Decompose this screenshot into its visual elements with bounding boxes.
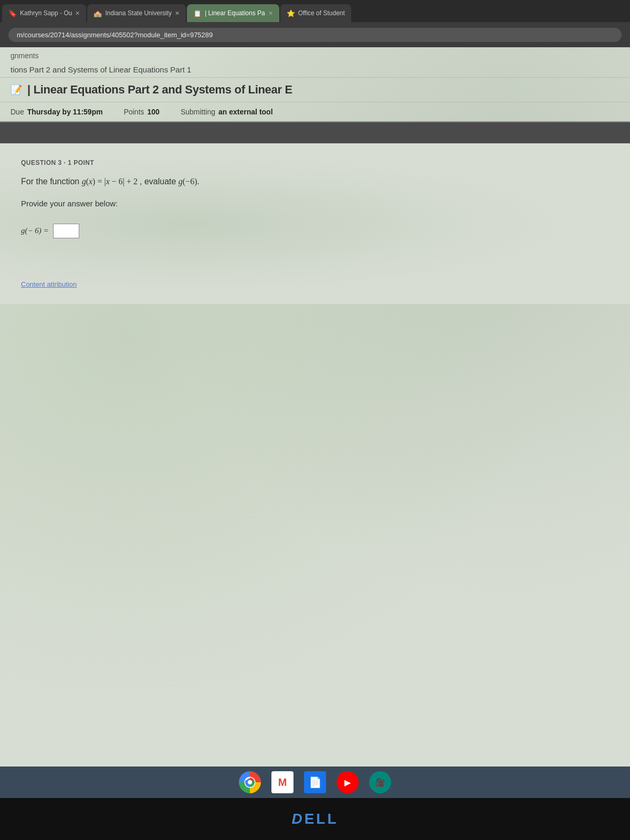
tab-close-3[interactable]: ✕: [268, 10, 273, 17]
submitting-label: Submitting: [181, 108, 215, 116]
content-attribution-link[interactable]: Content attribution: [21, 280, 609, 288]
chrome-icon[interactable]: [239, 771, 261, 793]
points-value: 100: [148, 108, 160, 116]
page-area: gnments tions Part 2 and Systems of Line…: [0, 47, 630, 766]
docs-icon[interactable]: 📄: [304, 771, 326, 793]
browser-chrome: 🔖 Kathryn Sapp - Ou ✕ 🏫 Indiana State Un…: [0, 0, 630, 47]
tab-label-1: Kathryn Sapp - Ou: [20, 9, 72, 17]
due-item: Due Thursday by 11:59pm: [10, 108, 103, 116]
meet-symbol: 🎥: [375, 778, 385, 788]
tab-label-4: Office of Student: [298, 9, 345, 17]
question-text: For the function g(x) = |x − 6| + 2 , ev…: [21, 175, 609, 188]
tab-icon-2: 🏫: [93, 9, 102, 17]
taskbar: M 📄 ▶ 🎥: [0, 766, 630, 798]
points-label: Points: [124, 108, 144, 116]
tab-bar: 🔖 Kathryn Sapp - Ou ✕ 🏫 Indiana State Un…: [0, 0, 630, 22]
dark-divider: [0, 122, 630, 143]
evaluate-argument: g(−6).: [178, 177, 200, 186]
meta-row: Due Thursday by 11:59pm Points 100 Submi…: [0, 102, 630, 122]
submitting-item: Submitting an external tool: [181, 108, 273, 116]
tab-icon-1: 🔖: [8, 9, 17, 17]
tab-indiana[interactable]: 🏫 Indiana State University ✕: [87, 4, 186, 22]
tab-office[interactable]: ⭐ Office of Student: [280, 4, 351, 22]
tab-label-3: | Linear Equations Pa: [205, 9, 265, 17]
tab-close-2[interactable]: ✕: [175, 10, 180, 17]
answer-row: g(− 6) =: [21, 224, 609, 238]
question-text-middle: , evaluate: [140, 177, 178, 186]
page-title-section: tions Part 2 and Systems of Linear Equat…: [0, 62, 630, 78]
docs-symbol: 📄: [309, 776, 322, 789]
page-subtitle: tions Part 2 and Systems of Linear Equat…: [10, 65, 620, 74]
due-value: Thursday by 11:59pm: [27, 108, 103, 116]
dell-logo-text: DELL: [291, 811, 338, 827]
breadcrumb-text: gnments: [10, 51, 39, 60]
question-label: QUESTION 3 · 1 POINT: [21, 159, 609, 166]
answer-input[interactable]: [53, 224, 79, 238]
tab-kathryn[interactable]: 🔖 Kathryn Sapp - Ou ✕: [2, 4, 86, 22]
youtube-icon[interactable]: ▶: [337, 771, 359, 793]
address-bar-row: m/courses/20714/assignments/405502?modul…: [0, 22, 630, 47]
gmail-letter: M: [278, 776, 287, 789]
submitting-value: an external tool: [218, 108, 272, 116]
tab-icon-3: 📋: [193, 9, 202, 17]
address-bar[interactable]: m/courses/20714/assignments/405502?modul…: [8, 28, 622, 42]
due-label: Due: [10, 108, 24, 116]
assignment-title-bar: 📝 | Linear Equations Part 2 and Systems …: [0, 78, 630, 102]
tab-icon-4: ⭐: [287, 9, 295, 17]
points-item: Points 100: [124, 108, 160, 116]
question-area: QUESTION 3 · 1 POINT For the function g(…: [0, 143, 630, 304]
tab-linear-equations[interactable]: 📋 | Linear Equations Pa ✕: [187, 4, 279, 22]
dell-logo: DELL: [291, 811, 338, 827]
assignment-title: | Linear Equations Part 2 and Systems of…: [27, 83, 292, 97]
breadcrumb: gnments: [0, 47, 630, 62]
youtube-play: ▶: [344, 778, 351, 788]
assignment-icon: 📝: [10, 84, 22, 96]
provide-answer-text: Provide your answer below:: [21, 199, 609, 208]
meet-icon[interactable]: 🎥: [369, 771, 391, 793]
function-definition: g(x) = |x − 6| + 2: [82, 177, 140, 186]
tab-label-2: Indiana State University: [105, 9, 172, 17]
answer-label: g(− 6) =: [21, 226, 49, 235]
dell-bar: DELL: [0, 798, 630, 840]
question-text-prefix: For the function: [21, 177, 82, 186]
tab-close-1[interactable]: ✕: [75, 10, 80, 17]
svg-point-1: [248, 780, 252, 784]
gmail-icon[interactable]: M: [271, 771, 293, 793]
